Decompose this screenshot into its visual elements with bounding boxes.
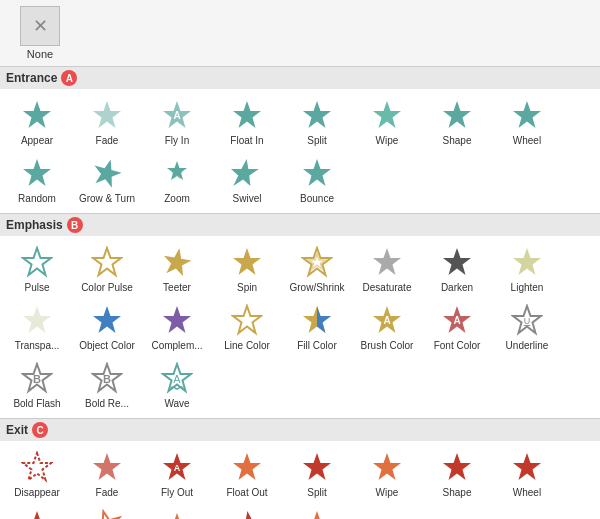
entrance-wipe[interactable]: Wipe xyxy=(352,93,422,151)
emphasis-underline[interactable]: U Underline xyxy=(492,298,562,356)
none-item[interactable]: ✕ None xyxy=(10,6,70,60)
exit-zoom[interactable]: Zoom xyxy=(142,503,212,519)
svg-marker-27 xyxy=(233,306,261,333)
shape-label: Shape xyxy=(443,135,472,147)
emphasis-colorpulse[interactable]: Color Pulse xyxy=(72,240,142,298)
exit-disappear[interactable]: Disappear xyxy=(2,445,72,503)
emphasis-transparency[interactable]: Transpa... xyxy=(2,298,72,356)
svg-marker-0 xyxy=(23,101,51,128)
floatin-icon xyxy=(229,97,265,133)
entrance-split[interactable]: Split xyxy=(282,93,352,151)
entrance-shape[interactable]: Shape xyxy=(422,93,492,151)
svg-marker-9 xyxy=(23,159,51,186)
emphasis-wave[interactable]: A Wave xyxy=(142,356,212,414)
svg-marker-10 xyxy=(91,157,123,189)
wipe-label: Wipe xyxy=(376,135,399,147)
none-icon: ✕ xyxy=(20,6,60,46)
entrance-growturn[interactable]: Grow & Turn xyxy=(72,151,142,209)
colorpulse-icon xyxy=(89,244,125,280)
svg-text:B: B xyxy=(103,373,111,385)
underline-label: Underline xyxy=(506,340,549,352)
emphasis-pulse[interactable]: Pulse xyxy=(2,240,72,298)
emphasis-desaturate[interactable]: Desaturate xyxy=(352,240,422,298)
entrance-zoom[interactable]: Zoom xyxy=(142,151,212,209)
svg-text:A: A xyxy=(383,315,390,326)
disappear-icon xyxy=(19,449,55,485)
svg-marker-25 xyxy=(93,306,121,333)
floatin-label: Float In xyxy=(230,135,263,147)
exit-wipe[interactable]: Wipe xyxy=(352,445,422,503)
emphasis-boldreveal[interactable]: B Bold Re... xyxy=(72,356,142,414)
flyout-icon: A xyxy=(159,449,195,485)
appear-label: Appear xyxy=(21,135,53,147)
emphasis-brushcolor[interactable]: A Brush Color xyxy=(352,298,422,356)
entrance-wheel[interactable]: Wheel xyxy=(492,93,562,151)
emphasis-label: Emphasis xyxy=(6,218,63,232)
fontcolor-icon: A xyxy=(439,302,475,338)
svg-marker-23 xyxy=(513,248,541,275)
emphasis-fillcolor[interactable]: Fill Color xyxy=(282,298,352,356)
spin-label: Spin xyxy=(237,282,257,294)
emphasis-darken[interactable]: Darken xyxy=(422,240,492,298)
entrance-badge: A xyxy=(61,70,77,86)
teeter-label: Teeter xyxy=(163,282,191,294)
svg-marker-17 xyxy=(161,246,193,277)
svg-marker-18 xyxy=(233,248,261,275)
svg-marker-13 xyxy=(231,159,261,186)
split-label: Split xyxy=(307,135,326,147)
svg-marker-48 xyxy=(373,453,401,480)
entrance-bounce[interactable]: Bounce xyxy=(282,151,352,209)
complementary-label: Complem... xyxy=(151,340,202,352)
exit-split-label: Split xyxy=(307,487,326,499)
svg-marker-51 xyxy=(23,511,51,519)
shrinkturn-icon xyxy=(89,507,125,519)
exit-split[interactable]: Split xyxy=(282,445,352,503)
swivel-icon xyxy=(229,155,265,191)
exit-bounce[interactable]: Bounce xyxy=(282,503,352,519)
pulse-label: Pulse xyxy=(24,282,49,294)
svg-text:A: A xyxy=(173,373,181,385)
exit-shrinkturn[interactable]: Shrink & Tu... xyxy=(72,503,142,519)
wave-label: Wave xyxy=(164,398,189,410)
exit-shape[interactable]: Shape xyxy=(422,445,492,503)
emphasis-complementary[interactable]: Complem... xyxy=(142,298,212,356)
underline-icon: U xyxy=(509,302,545,338)
emphasis-lighten[interactable]: Lighten xyxy=(492,240,562,298)
emphasis-boldflash[interactable]: B Bold Flash xyxy=(2,356,72,414)
exit-shape-label: Shape xyxy=(443,487,472,499)
growshrink-label: Grow/Shrink xyxy=(289,282,344,294)
emphasis-linecolor[interactable]: Line Color xyxy=(212,298,282,356)
emphasis-header: Emphasis B xyxy=(0,213,600,236)
bounce-icon xyxy=(299,155,335,191)
exit-fade[interactable]: Fade xyxy=(72,445,142,503)
entrance-flyin[interactable]: A Fly In xyxy=(142,93,212,151)
exit-swivel-icon xyxy=(229,507,265,519)
exit-flyout[interactable]: A Fly Out xyxy=(142,445,212,503)
emphasis-teeter[interactable]: Teeter xyxy=(142,240,212,298)
svg-marker-6 xyxy=(373,101,401,128)
disappear-label: Disappear xyxy=(14,487,60,499)
svg-marker-43 xyxy=(93,453,121,480)
emphasis-spin[interactable]: Spin xyxy=(212,240,282,298)
emphasis-objectcolor[interactable]: Object Color xyxy=(72,298,142,356)
emphasis-growshrink[interactable]: Grow/Shrink xyxy=(282,240,352,298)
entrance-floatin[interactable]: Float In xyxy=(212,93,282,151)
entrance-random[interactable]: Random xyxy=(2,151,72,209)
exit-floatout[interactable]: Float Out xyxy=(212,445,282,503)
svg-marker-22 xyxy=(443,248,471,275)
svg-text:B: B xyxy=(33,373,41,385)
exit-random[interactable]: Random xyxy=(2,503,72,519)
darken-label: Darken xyxy=(441,282,473,294)
entrance-header: Entrance A xyxy=(0,66,600,89)
none-section: ✕ None xyxy=(0,0,600,66)
entrance-fade[interactable]: Fade xyxy=(72,93,142,151)
fillcolor-label: Fill Color xyxy=(297,340,336,352)
appear-icon xyxy=(19,97,55,133)
exit-swivel[interactable]: Swivel xyxy=(212,503,282,519)
darken-icon xyxy=(439,244,475,280)
teeter-icon xyxy=(159,244,195,280)
entrance-appear[interactable]: Appear xyxy=(2,93,72,151)
emphasis-fontcolor[interactable]: A Font Color xyxy=(422,298,492,356)
exit-wheel[interactable]: Wheel xyxy=(492,445,562,503)
entrance-swivel[interactable]: Swivel xyxy=(212,151,282,209)
